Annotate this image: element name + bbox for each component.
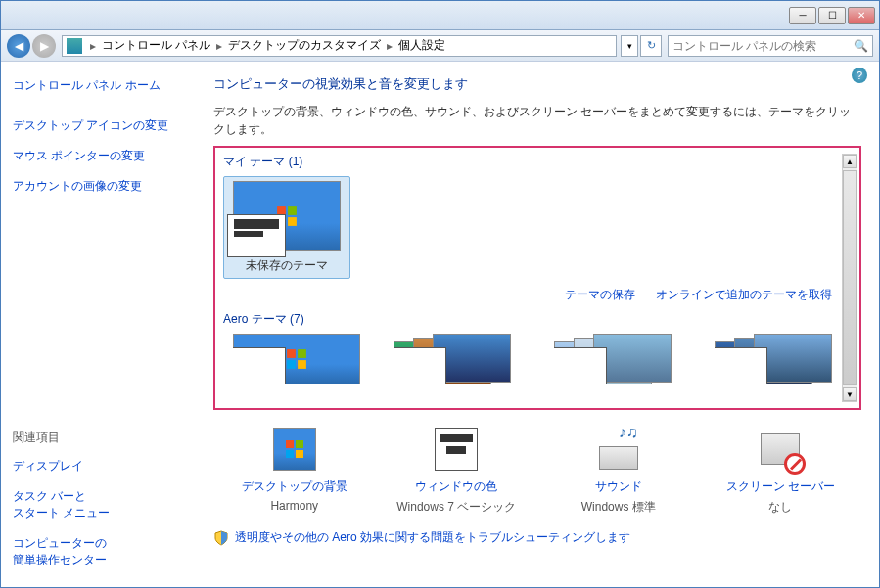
back-button[interactable]: ◀ — [7, 34, 30, 58]
aero-theme-2[interactable] — [384, 334, 531, 390]
bottom-label: デスクトップの背景 — [216, 478, 373, 495]
window-preview — [233, 347, 286, 384]
window-preview — [554, 347, 607, 384]
forward-button: ▶ — [32, 34, 56, 58]
bottom-value: Windows 7 ベーシック — [378, 499, 534, 516]
window-color-link[interactable]: ウィンドウの色 Windows 7 ベーシック — [378, 428, 534, 516]
page-heading: コンピューターの視覚効果と音を変更します — [213, 75, 861, 93]
screensaver-link[interactable]: スクリーン セーバー なし — [702, 428, 858, 516]
help-icon[interactable]: ? — [852, 68, 867, 83]
breadcrumb-seg-2[interactable]: デスクトップのカスタマイズ — [224, 37, 385, 54]
svg-rect-5 — [298, 349, 306, 358]
svg-rect-7 — [298, 360, 306, 369]
breadcrumb-dropdown[interactable]: ▾ — [621, 35, 638, 57]
navbar: ◀ ▶ ▸ コントロール パネル ▸ デスクトップのカスタマイズ ▸ 個人設定 … — [1, 30, 879, 62]
bottom-label: ウィンドウの色 — [378, 478, 534, 495]
section-aero-themes: Aero テーマ (7) — [223, 311, 852, 328]
breadcrumb[interactable]: ▸ コントロール パネル ▸ デスクトップのカスタマイズ ▸ 個人設定 — [62, 35, 617, 57]
sidebar-home[interactable]: コントロール パネル ホーム — [13, 77, 194, 94]
search-box[interactable]: 🔍 — [668, 35, 873, 57]
svg-rect-6 — [287, 360, 296, 369]
related-header: 関連項目 — [13, 430, 194, 446]
search-input[interactable] — [672, 39, 854, 53]
scrollbar[interactable]: ▲ ▼ — [842, 154, 857, 402]
page-description: デスクトップの背景、ウィンドウの色、サウンド、およびスクリーン セーバーをまとめ… — [213, 103, 861, 138]
refresh-button[interactable]: ↻ — [640, 35, 662, 57]
aero-theme-4[interactable] — [705, 334, 852, 390]
svg-rect-10 — [286, 450, 294, 458]
svg-rect-3 — [288, 217, 297, 226]
theme-label: 未保存のテーマ — [228, 257, 346, 274]
window-preview — [227, 214, 286, 257]
theme-unsaved[interactable]: 未保存のテーマ — [223, 176, 350, 279]
control-panel-icon — [67, 38, 82, 54]
sidebar-account-picture[interactable]: アカウントの画像の変更 — [13, 178, 194, 195]
chevron-right-icon: ▸ — [385, 39, 394, 53]
bottom-value: Windows 標準 — [540, 499, 697, 516]
bottom-label: サウンド — [540, 478, 697, 495]
maximize-button[interactable]: ☐ — [818, 7, 846, 24]
svg-rect-8 — [286, 440, 294, 448]
titlebar: ─ ☐ ✕ — [1, 1, 879, 30]
scroll-down-button[interactable]: ▼ — [843, 387, 857, 401]
section-my-themes: マイ テーマ (1) — [223, 154, 852, 170]
chevron-right-icon: ▸ — [88, 39, 98, 53]
bottom-settings: デスクトップの背景 Harmony ウィンドウの色 Windows 7 ベーシッ… — [213, 428, 861, 516]
troubleshoot-link[interactable]: 透明度やその他の Aero 効果に関する問題をトラブルシューティングします — [213, 529, 861, 546]
aero-theme-1[interactable] — [223, 334, 370, 390]
sidebar-taskbar[interactable]: タスク バーと スタート メニュー — [13, 488, 194, 521]
minimize-button[interactable]: ─ — [789, 7, 816, 24]
bottom-value: なし — [702, 499, 858, 516]
svg-rect-9 — [296, 440, 303, 448]
window-preview — [715, 347, 767, 384]
save-theme-link[interactable]: テーマの保存 — [565, 288, 635, 301]
troubleshoot-text[interactable]: 透明度やその他の Aero 効果に関する問題をトラブルシューティングします — [235, 529, 630, 546]
sounds-link[interactable]: ♪♫ サウンド Windows 標準 — [540, 428, 697, 516]
breadcrumb-seg-1[interactable]: コントロール パネル — [98, 37, 214, 54]
screensaver-icon — [759, 428, 802, 471]
window-preview — [394, 347, 446, 384]
sidebar-display[interactable]: ディスプレイ — [13, 458, 194, 475]
sidebar-desktop-icons[interactable]: デスクトップ アイコンの変更 — [13, 117, 194, 134]
scroll-thumb[interactable] — [843, 170, 857, 385]
theme-list: ▲ ▼ マイ テーマ (1) — [213, 146, 861, 410]
chevron-right-icon: ▸ — [214, 39, 224, 53]
sidebar: コントロール パネル ホーム デスクトップ アイコンの変更 マウス ポインターの… — [1, 62, 206, 587]
search-icon[interactable]: 🔍 — [854, 39, 868, 53]
aero-theme-3[interactable] — [544, 334, 691, 390]
sidebar-ease-of-access[interactable]: コンピューターの 簡単操作センター — [13, 535, 194, 568]
content: ? コンピューターの視覚効果と音を変更します デスクトップの背景、ウィンドウの色… — [206, 62, 879, 587]
desktop-background-link[interactable]: デスクトップの背景 Harmony — [216, 428, 373, 516]
svg-rect-4 — [287, 349, 296, 358]
wallpaper-icon — [273, 428, 316, 471]
bottom-label: スクリーン セーバー — [702, 478, 858, 495]
close-button[interactable]: ✕ — [848, 7, 875, 24]
scroll-up-button[interactable]: ▲ — [843, 155, 857, 168]
shield-icon — [213, 530, 229, 546]
get-themes-online-link[interactable]: オンラインで追加のテーマを取得 — [656, 288, 832, 301]
svg-rect-11 — [296, 450, 303, 458]
breadcrumb-seg-3[interactable]: 個人設定 — [394, 37, 449, 54]
sound-icon: ♪♫ — [597, 428, 640, 471]
windows-logo-icon — [286, 348, 307, 370]
bottom-value: Harmony — [216, 499, 373, 513]
svg-rect-1 — [288, 206, 297, 215]
window-color-icon — [435, 428, 478, 471]
sidebar-mouse-pointer[interactable]: マウス ポインターの変更 — [13, 148, 194, 164]
